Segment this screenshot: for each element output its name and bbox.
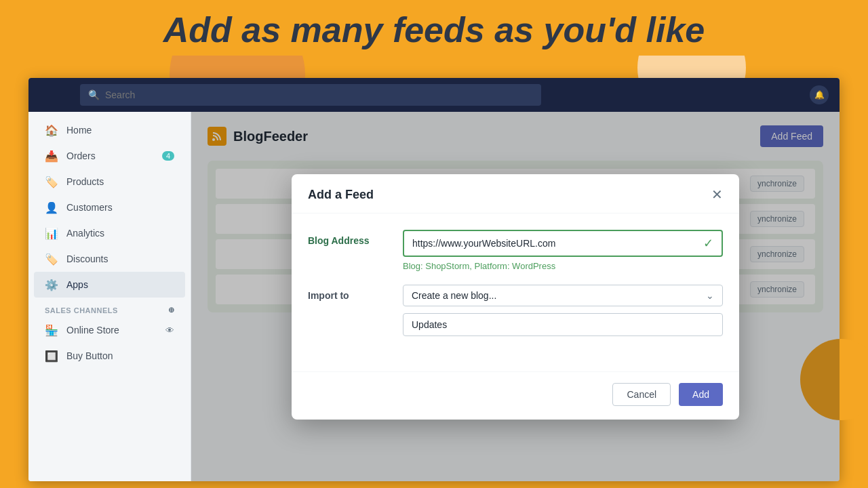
sidebar-item-label: Home — [66, 125, 92, 136]
search-bar: 🔍 — [80, 84, 541, 106]
orders-badge: 4 — [162, 151, 174, 161]
orders-icon: 📥 — [45, 149, 58, 163]
check-icon: ✓ — [703, 236, 713, 251]
search-icon: 🔍 — [88, 89, 100, 100]
apps-icon: ⚙️ — [45, 278, 58, 291]
sidebar-item-label: Discounts — [66, 253, 108, 264]
sidebar-item-label: Apps — [66, 279, 88, 290]
cancel-button[interactable]: Cancel — [612, 383, 671, 406]
blog-url-input[interactable] — [412, 238, 698, 249]
sidebar-item-discounts[interactable]: 🏷️ Discounts — [34, 246, 185, 272]
sales-channels-section: SALES CHANNELS ⊕ — [28, 298, 191, 317]
import-to-select-wrapper: Create a new blog... Existing blog 1 Exi… — [403, 285, 723, 306]
import-to-row: Import to Create a new blog... Existing … — [308, 285, 723, 336]
sidebar-item-label: Customers — [66, 202, 113, 213]
sidebar-item-online-store[interactable]: 🏪 Online Store 👁 — [34, 317, 185, 343]
top-nav: 🔍 🔔 — [28, 78, 840, 112]
search-input[interactable] — [105, 89, 533, 100]
sidebar-item-apps[interactable]: ⚙️ Apps — [34, 272, 185, 298]
blog-address-row: Blog Address ✓ Blog: ShopStorm, Platform… — [308, 230, 723, 271]
sidebar-item-label: Online Store — [66, 325, 119, 336]
sidebar-item-customers[interactable]: 👤 Customers — [34, 195, 185, 220]
sidebar-item-label: Analytics — [66, 228, 104, 239]
sidebar-item-products[interactable]: 🏷️ Products — [34, 169, 185, 195]
eye-icon[interactable]: 👁 — [165, 325, 174, 336]
add-button[interactable]: Add — [679, 383, 723, 406]
blog-address-label: Blog Address — [308, 230, 389, 246]
sidebar-item-analytics[interactable]: 📊 Analytics — [34, 220, 185, 246]
add-feed-modal: Add a Feed ✕ Blog Address ✓ — [292, 174, 739, 420]
discounts-icon: 🏷️ — [45, 252, 58, 266]
sidebar-item-label: Orders — [66, 150, 96, 161]
app-container: 🔍 🔔 🏠 Home 📥 Orders 4 🏷️ Products — [28, 78, 840, 481]
import-to-input-area: Create a new blog... Existing blog 1 Exi… — [403, 285, 723, 336]
banner-title: Add as many feeds as you'd like — [0, 12, 868, 47]
blog-url-wrapper: ✓ — [403, 230, 723, 257]
import-to-select[interactable]: Create a new blog... Existing blog 1 Exi… — [412, 290, 706, 301]
sidebar-item-home[interactable]: 🏠 Home — [34, 117, 185, 143]
modal-title: Add a Feed — [308, 188, 374, 202]
nav-right: 🔔 — [810, 85, 829, 104]
modal-footer: Cancel Add — [292, 371, 739, 420]
analytics-icon: 📊 — [45, 226, 58, 240]
sales-channels-label: SALES CHANNELS — [45, 306, 118, 314]
import-to-label: Import to — [308, 285, 389, 301]
chevron-down-icon: ⌄ — [706, 290, 714, 301]
modal-overlay: Add a Feed ✕ Blog Address ✓ — [191, 112, 840, 481]
online-store-icon: 🏪 — [45, 323, 58, 337]
blog-address-input-area: ✓ Blog: ShopStorm, Platform: WordPress — [403, 230, 723, 271]
buy-button-icon: 🔲 — [45, 349, 58, 363]
sidebar: 🏠 Home 📥 Orders 4 🏷️ Products 👤 Customer… — [28, 112, 191, 481]
top-banner: Add as many feeds as you'd like — [0, 0, 868, 56]
sidebar-item-label: Buy Button — [66, 350, 113, 361]
main-content: BlogFeeder Add Feed ynchronize ynchroniz… — [191, 112, 840, 481]
home-icon: 🏠 — [45, 123, 58, 137]
new-blog-name-input[interactable] — [403, 313, 723, 336]
sidebar-item-buy-button[interactable]: 🔲 Buy Button — [34, 343, 185, 369]
sidebar-item-label: Products — [66, 176, 104, 187]
bell-icon: 🔔 — [814, 90, 825, 100]
modal-body: Blog Address ✓ Blog: ShopStorm, Platform… — [292, 214, 739, 366]
products-icon: 🏷️ — [45, 175, 58, 188]
add-sales-channel-icon[interactable]: ⊕ — [168, 306, 175, 314]
blog-info-text: Blog: ShopStorm, Platform: WordPress — [403, 261, 723, 271]
modal-header: Add a Feed ✕ — [292, 174, 739, 214]
content-area: 🏠 Home 📥 Orders 4 🏷️ Products 👤 Customer… — [28, 112, 840, 481]
sidebar-item-orders[interactable]: 📥 Orders 4 — [34, 143, 185, 169]
nav-notifications[interactable]: 🔔 — [810, 85, 829, 104]
customers-icon: 👤 — [45, 201, 58, 214]
modal-close-button[interactable]: ✕ — [711, 188, 723, 201]
